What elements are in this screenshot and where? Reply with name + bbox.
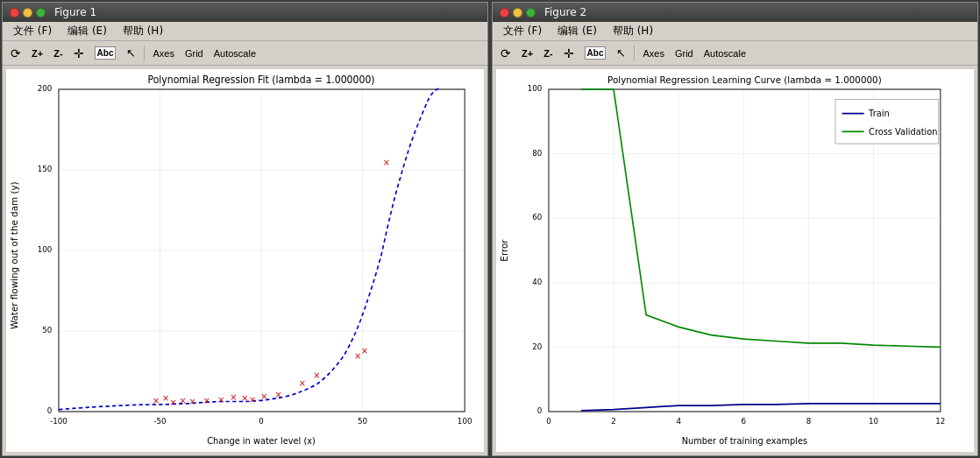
figure-1-menu-bar: 文件 (F) 编辑 (E) 帮助 (H)	[3, 22, 487, 41]
close-button-2[interactable]	[500, 8, 509, 18]
ytick-1-0: 0	[47, 406, 53, 415]
figure-2-plot-area: Polynomial Regression Learning Curve (la…	[496, 69, 974, 452]
plot-2-xlabel: Number of training examples	[682, 436, 807, 446]
legend-train-label: Train	[868, 109, 890, 118]
figure-2-title: Figure 2	[544, 6, 586, 18]
menu-help-1[interactable]: 帮助 (H)	[116, 22, 170, 40]
data-point-16: ×	[361, 346, 368, 356]
xtick-2-4: 4	[676, 417, 681, 426]
ytick-1-200: 200	[38, 84, 53, 93]
data-point-4: ×	[180, 396, 187, 405]
axes-button-2[interactable]: Axes	[638, 44, 668, 63]
data-point-5: ×	[188, 397, 195, 406]
grid-button-1[interactable]: Grid	[181, 44, 208, 63]
xtick-1-100: 100	[458, 417, 472, 426]
legend-box	[835, 100, 939, 144]
figure-1-svg: Polynomial Regression Fit (lambda = 1.00…	[6, 69, 484, 452]
abc-button-2[interactable]: Abc	[580, 44, 611, 63]
xtick-2-6: 6	[742, 417, 747, 426]
title-bar-buttons-1	[10, 8, 46, 18]
maximize-button-2[interactable]	[526, 8, 536, 18]
figure-1-plot-area: Polynomial Regression Fit (lambda = 1.00…	[6, 69, 484, 452]
cursor-button-1[interactable]: ↖	[122, 44, 140, 63]
legend-cv-label: Cross Validation	[869, 127, 937, 137]
figure-1-window: Figure 1 文件 (F) 编辑 (E) 帮助 (H) ⟳ Z+ Z- ✛ …	[2, 2, 488, 456]
autoscale-button-1[interactable]: Autoscale	[209, 44, 260, 63]
data-point-10: ×	[249, 394, 256, 404]
home-button-2[interactable]: ⟳	[496, 44, 515, 63]
ytick-2-40: 40	[532, 278, 542, 286]
xtick-2-10: 10	[869, 417, 878, 426]
ytick-1-150: 150	[38, 165, 53, 173]
figure-1-title: Figure 1	[54, 6, 96, 18]
data-point-8: ×	[230, 392, 237, 402]
xtick-2-2: 2	[611, 417, 616, 426]
ytick-2-20: 20	[532, 342, 542, 350]
data-point-3: ×	[170, 398, 177, 407]
figure-2-svg: Polynomial Regression Learning Curve (la…	[496, 69, 974, 452]
toolbar-separator-2a	[634, 46, 635, 61]
ytick-2-60: 60	[532, 213, 542, 222]
minimize-button-1[interactable]	[23, 8, 32, 18]
xtick-2-8: 8	[806, 417, 812, 426]
data-point-2: ×	[162, 393, 169, 403]
close-button-1[interactable]	[10, 8, 19, 18]
ytick-2-80: 80	[532, 149, 542, 158]
grid-button-2[interactable]: Grid	[671, 44, 698, 63]
data-point-13: ×	[299, 378, 306, 388]
menu-help-2[interactable]: 帮助 (H)	[606, 22, 660, 40]
data-point-7: ×	[217, 394, 224, 404]
axes-button-1[interactable]: Axes	[148, 44, 178, 63]
data-point-1: ×	[153, 396, 160, 405]
ytick-1-50: 50	[42, 326, 52, 335]
zoom-in-button-1[interactable]: Z+	[27, 44, 47, 63]
abc-button-1[interactable]: Abc	[90, 44, 121, 63]
menu-edit-2[interactable]: 编辑 (E)	[550, 22, 604, 40]
zoom-out-button-1[interactable]: Z-	[49, 44, 67, 63]
figure-2-window: Figure 2 文件 (F) 编辑 (E) 帮助 (H) ⟳ Z+ Z- ✛ …	[492, 2, 978, 456]
cursor-button-2[interactable]: ↖	[612, 44, 630, 63]
xtick-1--50: -50	[153, 417, 167, 426]
plot-1-ylabel: Water flowing out of the dam (y)	[10, 181, 19, 329]
xtick-1-50: 50	[358, 417, 367, 426]
autoscale-button-2[interactable]: Autoscale	[699, 44, 750, 63]
menu-edit-1[interactable]: 编辑 (E)	[60, 22, 114, 40]
maximize-button-1[interactable]	[36, 8, 46, 18]
figure-2-menu-bar: 文件 (F) 编辑 (E) 帮助 (H)	[493, 22, 977, 41]
zoom-out-button-2[interactable]: Z-	[539, 44, 557, 63]
figure-2-title-bar: Figure 2	[493, 3, 977, 22]
data-point-9: ×	[241, 393, 248, 403]
data-point-11: ×	[260, 391, 267, 401]
plot-1-title: Polynomial Regression Fit (lambda = 1.00…	[147, 74, 374, 86]
data-point-14: ×	[313, 370, 320, 380]
ytick-2-100: 100	[528, 84, 543, 93]
menu-file-2[interactable]: 文件 (F)	[496, 22, 549, 40]
figure-2-toolbar: ⟳ Z+ Z- ✛ Abc ↖ Axes Grid Autoscale	[493, 41, 977, 66]
data-point-6: ×	[203, 396, 210, 405]
plot-1-xlabel: Change in water level (x)	[207, 436, 316, 446]
data-point-17: ×	[383, 158, 390, 167]
menu-file-1[interactable]: 文件 (F)	[6, 22, 59, 40]
xtick-2-12: 12	[935, 417, 945, 426]
pan-button-1[interactable]: ✛	[69, 44, 89, 63]
zoom-in-button-2[interactable]: Z+	[517, 44, 537, 63]
ytick-2-0: 0	[537, 406, 543, 415]
xtick-1--100: -100	[50, 417, 67, 426]
figure-1-toolbar: ⟳ Z+ Z- ✛ Abc ↖ Axes Grid Autoscale	[3, 41, 487, 66]
pan-button-2[interactable]: ✛	[559, 44, 579, 63]
plot-2-title: Polynomial Regression Learning Curve (la…	[607, 74, 882, 86]
xtick-1-0: 0	[259, 417, 264, 426]
figure-1-title-bar: Figure 1	[3, 3, 487, 22]
plot-2-ylabel: Error	[500, 239, 509, 262]
minimize-button-2[interactable]	[513, 8, 522, 18]
ytick-1-100: 100	[38, 245, 53, 254]
data-point-12: ×	[275, 390, 282, 399]
title-bar-buttons-2	[500, 8, 536, 18]
xtick-2-0: 0	[546, 417, 551, 426]
home-button-1[interactable]: ⟳	[6, 44, 25, 63]
toolbar-separator-1a	[144, 46, 145, 61]
